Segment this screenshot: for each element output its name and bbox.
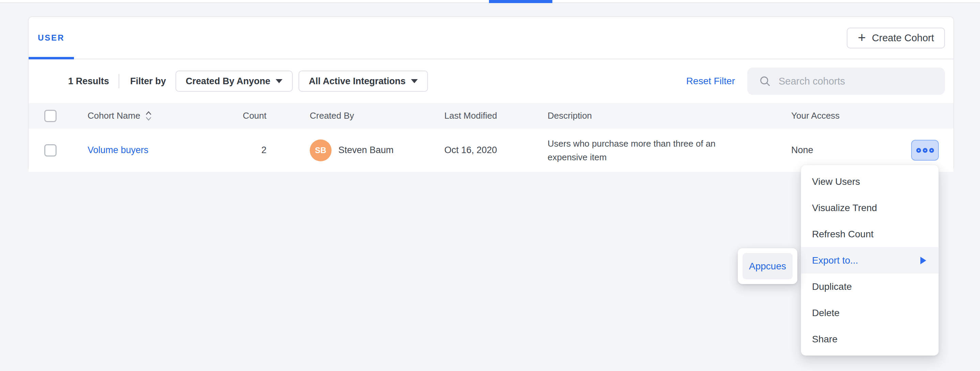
- cohort-name-link[interactable]: Volume buyers: [88, 145, 149, 156]
- vertical-divider: [119, 74, 119, 88]
- header-count: Count: [219, 110, 266, 121]
- row-context-menu: View Users Visualize Trend Refresh Count…: [801, 165, 939, 356]
- row-actions-cell: [893, 140, 955, 161]
- menu-item-visualize-trend[interactable]: Visualize Trend: [801, 195, 939, 221]
- results-count: 1 Results: [68, 76, 109, 87]
- header-your-access: Your Access: [781, 110, 893, 121]
- tab-user[interactable]: USER: [29, 17, 74, 59]
- tab-active-underline: [29, 57, 74, 59]
- header-checkbox-cell: [29, 110, 76, 122]
- filter-bar: 1 Results Filter by Created By Anyone Al…: [29, 59, 953, 103]
- sort-icon[interactable]: [145, 110, 153, 121]
- row-checkbox-cell: [29, 144, 76, 156]
- description-text: Users who purchase more than three of an…: [547, 137, 745, 164]
- search-icon: [759, 75, 771, 87]
- arrow-right-icon: [920, 257, 926, 264]
- last-modified-cell: Oct 16, 2020: [440, 145, 542, 156]
- submenu-item-appcues[interactable]: Appcues: [743, 253, 792, 279]
- ellipsis-icon: [916, 148, 921, 153]
- ellipsis-icon: [929, 148, 934, 153]
- created-by-dropdown-label: Created By Anyone: [186, 76, 270, 87]
- export-submenu: Appcues: [738, 248, 797, 284]
- menu-item-duplicate[interactable]: Duplicate: [801, 274, 939, 300]
- menu-item-view-users[interactable]: View Users: [801, 169, 939, 195]
- caret-down-icon: [276, 79, 283, 83]
- menu-item-delete[interactable]: Delete: [801, 300, 939, 326]
- table-header-row: Cohort Name Count Created By Last Modifi…: [29, 103, 953, 129]
- your-access-cell: None: [781, 145, 893, 156]
- menu-item-refresh-count[interactable]: Refresh Count: [801, 221, 939, 247]
- create-cohort-button[interactable]: + Create Cohort: [847, 28, 945, 48]
- caret-down-icon: [411, 79, 418, 83]
- ellipsis-icon: [923, 148, 928, 153]
- search-box[interactable]: [747, 67, 945, 95]
- plus-icon: +: [858, 31, 865, 44]
- create-cohort-label: Create Cohort: [872, 32, 934, 44]
- header-created-by: Created By: [266, 110, 440, 121]
- search-input[interactable]: [779, 76, 937, 87]
- tab-bar: USER + Create Cohort: [29, 17, 953, 59]
- cohort-count-cell: 2: [219, 145, 266, 156]
- created-by-name: Steven Baum: [338, 145, 394, 156]
- created-by-dropdown[interactable]: Created By Anyone: [175, 71, 293, 92]
- header-last-modified: Last Modified: [440, 110, 542, 121]
- row-actions-button[interactable]: [911, 140, 939, 161]
- reset-filter-link[interactable]: Reset Filter: [686, 76, 735, 87]
- description-cell: Users who purchase more than three of an…: [542, 137, 781, 164]
- tab-user-label: USER: [38, 33, 65, 43]
- integrations-dropdown-label: All Active Integrations: [309, 76, 406, 87]
- cohort-name-cell: Volume buyers: [76, 145, 219, 156]
- header-description: Description: [542, 110, 781, 121]
- select-all-checkbox[interactable]: [44, 110, 57, 122]
- top-nav-bottom-strip: [0, 0, 980, 3]
- integrations-dropdown[interactable]: All Active Integrations: [299, 71, 428, 92]
- filter-by-label: Filter by: [130, 76, 166, 87]
- active-nav-tab-indicator: [489, 0, 552, 3]
- cohorts-card: USER + Create Cohort 1 Results Filter by…: [28, 16, 954, 171]
- header-cohort-name[interactable]: Cohort Name: [76, 110, 219, 121]
- menu-item-export-to[interactable]: Export to...: [801, 247, 939, 274]
- row-checkbox[interactable]: [44, 144, 57, 156]
- avatar: SB: [310, 140, 332, 161]
- menu-item-share[interactable]: Share: [801, 326, 939, 352]
- created-by-cell: SB Steven Baum: [266, 140, 440, 161]
